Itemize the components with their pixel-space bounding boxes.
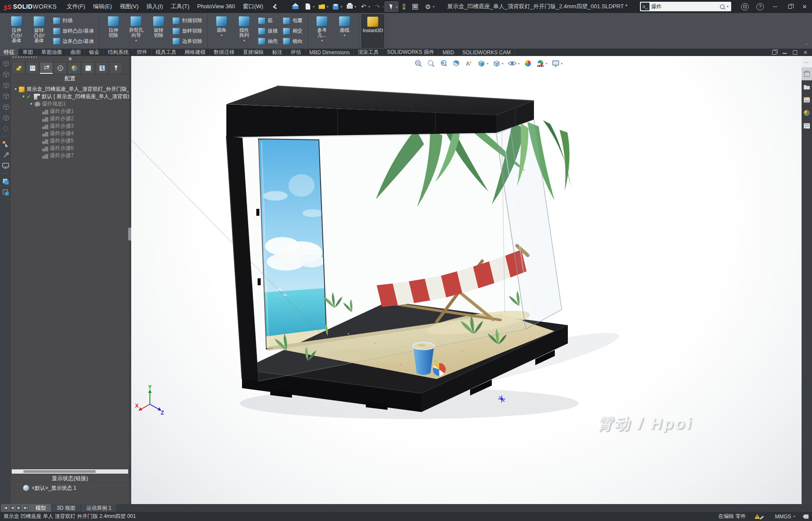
- expand-arrow-icon[interactable]: ▼: [21, 95, 26, 99]
- menu-编辑(E)[interactable]: 编辑(E): [89, 0, 116, 13]
- instant3d-button[interactable]: Instant3D: [361, 14, 384, 48]
- custom-properties-button[interactable]: [802, 119, 812, 132]
- mirror-button[interactable]: 镜向: [281, 36, 304, 46]
- swept-cut-button[interactable]: 扫描切除: [171, 16, 204, 26]
- tab-last-button[interactable]: ▶|: [23, 505, 30, 511]
- account-button[interactable]: ʘ: [741, 3, 749, 10]
- swept-boss-button[interactable]: 扫描: [51, 16, 96, 26]
- view-orientation-button[interactable]: ▾: [476, 58, 490, 69]
- revolved-boss-base-button[interactable]: 旋转 凸台/ 基体: [28, 14, 50, 48]
- rebuild-button[interactable]: [398, 1, 410, 12]
- tree-item[interactable]: ▼爆炸视图1: [11, 100, 129, 108]
- reference-geometry-button[interactable]: 参考 几...▾: [311, 14, 333, 48]
- extruded-cut-button[interactable]: 拉伸 切除: [102, 14, 125, 48]
- tab-property-manager[interactable]: [26, 62, 39, 74]
- search-dropdown-icon[interactable]: ▾: [726, 4, 729, 9]
- boundary-boss-base-button[interactable]: 边界凸台/基体: [51, 36, 96, 46]
- extruded-boss-base-button[interactable]: 拉伸 凸台/ 基体: [5, 14, 28, 48]
- tab-simulation[interactable]: [95, 62, 109, 74]
- tab-configuration-manager[interactable]: [40, 62, 53, 74]
- pane-split-icon[interactable]: [1, 177, 10, 186]
- view-cube-4-icon[interactable]: [1, 91, 10, 100]
- view-settings-button[interactable]: ▾: [550, 58, 564, 69]
- view-cube-1-icon[interactable]: [1, 59, 10, 68]
- view-cube-3-icon[interactable]: [1, 80, 10, 89]
- previous-view-button[interactable]: [438, 58, 449, 69]
- screen-capture-icon[interactable]: [1, 161, 10, 170]
- zoom-area-button[interactable]: [425, 58, 437, 69]
- hole-wizard-button[interactable]: 异型孔 向导▾: [125, 14, 147, 48]
- draft-button[interactable]: 拔模: [256, 26, 279, 36]
- tree-item[interactable]: ▼展示盒_凹槽底座_单人_顶背双灯_外开门版_2.4mm四: [11, 86, 129, 93]
- display-settings-button[interactable]: [410, 1, 421, 12]
- linear-pattern-button[interactable]: 线性 阵列▾: [233, 14, 255, 48]
- design-library-button[interactable]: [802, 80, 812, 93]
- tab-next-button[interactable]: ▶: [16, 505, 22, 511]
- tree-item[interactable]: 爆炸步骤7: [11, 152, 129, 159]
- tab-prev-button[interactable]: ◀: [9, 505, 15, 511]
- boundary-cut-button[interactable]: 边界切除: [171, 36, 204, 46]
- hide-show-button[interactable]: ▾: [506, 58, 521, 69]
- pane-copy-icon[interactable]: [1, 188, 10, 197]
- open-document-button[interactable]: [315, 1, 329, 12]
- restore-button[interactable]: [782, 0, 797, 13]
- pin-icon[interactable]: [272, 3, 278, 10]
- command-search-box[interactable]: >_ 爆炸 ▾: [640, 2, 731, 11]
- view-diamond-icon[interactable]: [1, 124, 10, 133]
- tab-SOLIDWORKS 插件[interactable]: SOLIDWORKS 插件: [383, 49, 439, 56]
- doc-tab-3D 视图[interactable]: 3D 视图: [52, 504, 81, 512]
- select-tool-button[interactable]: [384, 1, 398, 12]
- units-selector[interactable]: MMGS ▾: [775, 514, 795, 520]
- new-document-button[interactable]: [301, 1, 315, 12]
- smart-select-icon[interactable]: [1, 139, 10, 148]
- help-button[interactable]: ?: [756, 3, 764, 10]
- graphics-viewport[interactable]: A ▾ ▾ ▾ ▾ ▾ Y X Z 霄动 / Hpoi: [131, 56, 802, 504]
- tab-评估[interactable]: 评估: [287, 49, 305, 56]
- curves-button[interactable]: 曲线▾: [333, 14, 356, 48]
- doc-tab-模型[interactable]: 模型: [30, 504, 52, 512]
- doc-tab-运动算例 1[interactable]: 运动算例 1: [81, 504, 117, 512]
- tree-item[interactable]: 爆炸步骤3: [11, 122, 129, 130]
- wrap-button[interactable]: 包覆: [281, 16, 304, 26]
- menu-窗口(W)[interactable]: 窗口(W): [239, 0, 267, 13]
- task-pane-collapse-icon[interactable]: ︿: [802, 56, 812, 67]
- tree-item[interactable]: 爆炸步骤4: [11, 130, 129, 137]
- doc-minimize-icon[interactable]: [782, 51, 787, 54]
- tab-网格建模[interactable]: 网格建模: [181, 49, 210, 56]
- undo-button[interactable]: ↶: [357, 1, 371, 12]
- doc-maximize-icon[interactable]: [793, 50, 797, 55]
- tab-直接编辑[interactable]: 直接编辑: [239, 49, 268, 56]
- save-button[interactable]: [329, 1, 343, 12]
- tab-特征[interactable]: 特征: [0, 49, 19, 56]
- search-icon[interactable]: [720, 4, 725, 9]
- model-3d-display-box[interactable]: [131, 56, 802, 504]
- appearances-pane-button[interactable]: [802, 106, 812, 119]
- tab-焊件[interactable]: 焊件: [133, 49, 152, 56]
- tab-标注[interactable]: 标注: [268, 49, 287, 56]
- lofted-cut-button[interactable]: 放样切除: [171, 26, 204, 36]
- intersect-button[interactable]: 相交: [281, 26, 304, 36]
- menu-文件(F)[interactable]: 文件(F): [63, 0, 89, 13]
- annotation-view-button[interactable]: A: [463, 58, 474, 69]
- lofted-boss-base-button[interactable]: 放样凸台/基体: [51, 26, 96, 36]
- tree-item[interactable]: 爆炸步骤6: [11, 145, 129, 152]
- menu-插入(I)[interactable]: 插入(I): [143, 0, 167, 13]
- tab-dimxpert[interactable]: [53, 62, 67, 74]
- tab-drawing-preview[interactable]: [81, 62, 95, 74]
- tab-钣金[interactable]: 钣金: [85, 49, 104, 56]
- resources-button[interactable]: [802, 67, 812, 80]
- tools-wrench-icon[interactable]: [1, 150, 10, 159]
- tree-item[interactable]: 爆炸步骤5: [11, 137, 129, 145]
- tab-曲面[interactable]: 曲面: [66, 49, 85, 56]
- menu-PhotoView 360[interactable]: PhotoView 360: [193, 0, 239, 13]
- view-cube-5-icon[interactable]: [1, 102, 10, 111]
- print-button[interactable]: [343, 1, 357, 12]
- tab-数据迁移[interactable]: 数据迁移: [210, 49, 239, 56]
- view-cube-2-icon[interactable]: [1, 69, 10, 79]
- file-explorer-button[interactable]: [802, 93, 812, 106]
- minimize-button[interactable]: [768, 0, 782, 13]
- zoom-fit-button[interactable]: [413, 58, 424, 69]
- doc-restore-icon[interactable]: [772, 50, 776, 55]
- ribbon-collapse-icon[interactable]: ︿: [805, 40, 809, 47]
- tag-icon[interactable]: [803, 514, 809, 519]
